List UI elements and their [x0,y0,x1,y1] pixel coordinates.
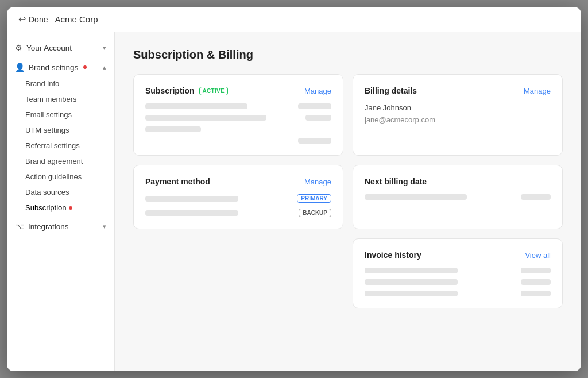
brand-settings-label: Brand settings [29,63,78,72]
sidebar-parent-left-integrations: ⌥ Integrations [15,222,69,231]
sidebar-section-brand: 👤 Brand settings ▴ Brand info Team membe… [7,59,114,215]
sidebar-item-your-account[interactable]: ⚙ Your Account ▾ [7,39,114,56]
primary-badge: PRIMARY [297,194,331,203]
skeleton-row-2 [145,115,331,121]
company-name: Acme Corp [55,14,98,24]
cards-grid: Subscription ACTIVE Manage [133,74,563,308]
sidebar-item-data-sources[interactable]: Data sources [25,184,114,200]
skeleton-bar [145,103,247,109]
backup-badge: BACKUP [299,209,331,217]
subscription-title-row: Subscription ACTIVE [145,86,228,95]
next-billing-card-title: Next billing date [365,177,427,186]
sidebar-section-account: ⚙ Your Account ▾ [7,39,114,56]
active-badge: ACTIVE [199,87,228,95]
action-guidelines-label: Action guidelines [25,172,82,181]
sidebar: ⚙ Your Account ▾ 👤 Brand settings ▴ [7,32,115,371]
payment-card-header: Payment method Manage [145,177,331,186]
skeleton-bar [365,268,458,273]
skeleton-bar [145,126,201,132]
billing-details-card: Billing details Manage Jane Johnson jane… [353,74,563,156]
skeleton-bar [521,268,551,273]
invoice-card-title: Invoice history [365,250,421,260]
sidebar-item-team-members[interactable]: Team members [25,91,114,107]
integrations-label: Integrations [28,222,69,231]
invoice-skeleton-row-1 [365,268,551,273]
brand-agreement-label: Brand agreement [25,157,83,165]
your-account-label: Your Account [26,44,72,52]
subscription-dot [69,206,72,210]
invoice-skeleton-row-3 [365,291,551,296]
subscription-card: Subscription ACTIVE Manage [133,74,343,156]
subscription-card-header: Subscription ACTIVE Manage [145,86,331,95]
utm-settings-label: UTM settings [25,126,69,134]
sidebar-item-subscription[interactable]: Subscription [25,200,114,215]
integrations-icon: ⌥ [15,222,24,231]
gear-icon: ⚙ [15,43,22,52]
sidebar-parent-left-brand: 👤 Brand settings [15,63,87,72]
subscription-manage-link[interactable]: Manage [304,87,331,95]
user-icon: 👤 [15,63,25,72]
main-layout: ⚙ Your Account ▾ 👤 Brand settings ▴ [7,32,581,371]
sidebar-item-brand-info[interactable]: Brand info [25,76,114,91]
skeleton-bar [145,115,266,121]
skeleton-bar [305,115,331,121]
skeleton-bar [521,279,551,285]
payment-row-backup: BACKUP [145,209,331,217]
payment-card: Payment method Manage PRIMARY BACKUP [133,165,343,229]
back-label: Done [29,15,48,24]
content-area: Subscription & Billing Subscription ACTI… [115,32,581,371]
skeleton-bar [521,291,551,296]
sidebar-item-action-guidelines[interactable]: Action guidelines [25,169,114,184]
billing-email: jane@acmecorp.com [365,115,551,124]
skeleton-bar [365,194,467,200]
sidebar-item-email-settings[interactable]: Email settings [25,107,114,122]
brand-settings-dot [83,65,87,69]
payment-card-title: Payment method [145,177,210,186]
skeleton-bar [365,279,458,285]
invoice-history-card: Invoice history View all [353,238,563,308]
invoice-card-header: Invoice history View all [365,250,551,260]
view-all-link[interactable]: View all [525,251,551,260]
sidebar-section-integrations: ⌥ Integrations ▾ [7,218,114,235]
next-billing-card: Next billing date [353,165,563,229]
skeleton-bar [521,194,551,200]
billing-card-title: Billing details [365,86,417,95]
chevron-down-icon: ▾ [103,44,106,52]
skeleton-row-1 [145,103,331,109]
next-billing-skeleton-row [365,194,551,200]
chevron-up-icon: ▴ [103,64,106,71]
sidebar-item-integrations[interactable]: ⌥ Integrations ▾ [7,218,114,235]
app-window: ↩ Done Acme Corp ⚙ Your Account ▾ [7,7,581,371]
billing-name: Jane Johnson [365,103,551,112]
skeleton-bar [298,103,331,109]
billing-manage-link[interactable]: Manage [524,87,551,95]
titlebar: ↩ Done Acme Corp [7,7,581,32]
payment-manage-link[interactable]: Manage [304,178,331,186]
skeleton-bar [145,210,238,216]
back-button[interactable]: ↩ Done [18,14,48,25]
skeleton-bar [298,138,331,144]
chevron-down-icon-integrations: ▾ [103,223,106,230]
data-sources-label: Data sources [25,188,69,196]
page-title: Subscription & Billing [133,48,563,61]
sidebar-parent-left: ⚙ Your Account [15,43,72,52]
sidebar-item-brand-settings[interactable]: 👤 Brand settings ▴ [7,59,114,76]
next-billing-card-header: Next billing date [365,177,551,186]
payment-row-primary: PRIMARY [145,194,331,203]
subscription-card-title: Subscription [145,86,195,95]
brand-info-label: Brand info [25,79,59,88]
back-arrow-icon: ↩ [18,14,26,25]
team-members-label: Team members [25,95,77,103]
sidebar-item-referral-settings[interactable]: Referral settings [25,138,114,153]
sidebar-item-brand-agreement[interactable]: Brand agreement [25,153,114,169]
skeleton-bar [145,196,238,202]
subscription-label: Subscription [25,203,67,212]
sidebar-children-brand: Brand info Team members Email settings U… [7,76,114,215]
skeleton-bar [365,291,458,296]
invoice-skeleton-row-2 [365,279,551,285]
email-settings-label: Email settings [25,110,72,119]
referral-settings-label: Referral settings [25,141,80,150]
billing-card-header: Billing details Manage [365,86,551,95]
sidebar-item-utm-settings[interactable]: UTM settings [25,122,114,138]
